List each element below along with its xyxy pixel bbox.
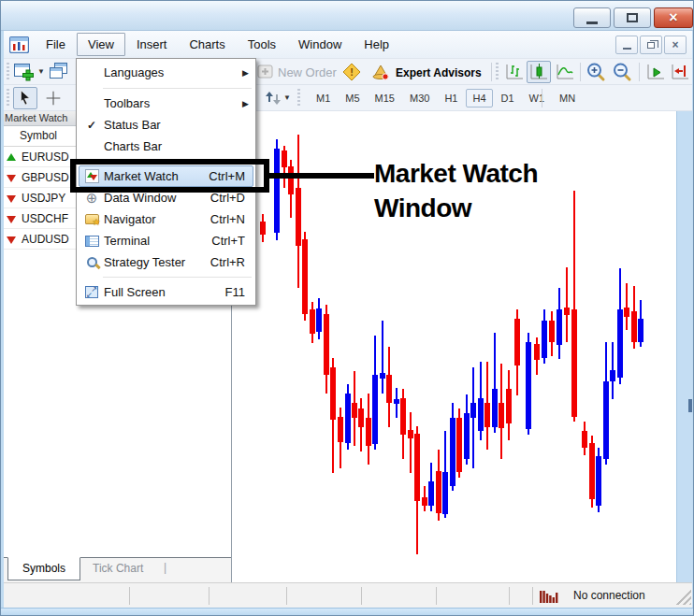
warning-icon: ! <box>342 63 361 81</box>
indicators-dropdown-caret[interactable]: ▼ <box>283 93 291 102</box>
toolbar-separator <box>542 89 542 107</box>
toolbar-grip[interactable] <box>297 89 300 107</box>
toolbar-grip[interactable] <box>7 63 9 81</box>
menubar-item-tools[interactable]: Tools <box>237 33 287 56</box>
maximize-icon <box>627 13 638 22</box>
candle-body <box>338 417 343 442</box>
toolbar-grip[interactable] <box>496 63 499 81</box>
timeframe-button-m30[interactable]: M30 <box>403 89 436 107</box>
bar-chart-icon <box>503 62 526 82</box>
candle-body <box>310 309 315 334</box>
candle-body <box>288 166 294 194</box>
view-menu-item-charts-bar[interactable]: Charts Bar <box>79 136 253 157</box>
menubar-item-insert[interactable]: Insert <box>125 33 179 56</box>
candlestick-chart-button[interactable] <box>527 61 551 83</box>
symbol-name: GBPUSD <box>22 171 69 184</box>
candle-body <box>394 399 399 404</box>
view-menu-item-navigator[interactable]: NavigatorCtrl+N <box>79 208 253 230</box>
candle-wick <box>410 412 412 473</box>
timeframe-button-h4[interactable]: H4 <box>466 89 492 107</box>
warning-button[interactable]: ! <box>340 61 364 83</box>
candle-body <box>571 309 577 417</box>
view-menu-item-terminal[interactable]: TerminalCtrl+T <box>79 230 253 251</box>
candle-body <box>296 188 301 246</box>
chart-shift-icon <box>669 62 691 82</box>
timeframe-button-m1[interactable]: M1 <box>310 89 337 107</box>
chart-profiles-icon <box>48 61 70 83</box>
view-menu-item-data-window[interactable]: Data WindowCtrl+D <box>79 187 253 208</box>
tab-symbols[interactable]: Symbols <box>7 557 80 580</box>
zoom-in-button[interactable] <box>585 61 609 83</box>
candle-body <box>330 367 336 420</box>
window-maximize-button[interactable] <box>614 7 651 28</box>
menubar-item-help[interactable]: Help <box>353 33 400 56</box>
menubar-item-charts[interactable]: Charts <box>178 33 236 56</box>
expert-advisors-button[interactable]: Expert Advisors <box>396 66 482 79</box>
candle-body <box>492 389 498 427</box>
menu-item-label: Strategy Tester <box>104 255 210 269</box>
view-menu-item-toolbars[interactable]: Toolbars▶ <box>79 93 253 114</box>
new-order-button[interactable]: New Order <box>278 65 337 79</box>
chart-shift-button[interactable] <box>668 61 692 83</box>
menu-item-label: Status Bar <box>104 118 245 132</box>
timeframe-button-d1[interactable]: D1 <box>495 89 521 107</box>
navigator-icon <box>80 214 104 224</box>
indicators-button[interactable] <box>260 87 284 109</box>
candle-body <box>282 150 287 167</box>
menu-item-label: Languages <box>104 65 235 79</box>
zoom-out-button[interactable] <box>611 61 635 83</box>
down-arrow-icon <box>7 236 16 244</box>
statusbar-divider <box>532 587 533 605</box>
view-menu-item-languages[interactable]: Languages▶ <box>79 61 253 84</box>
market-watch-icon <box>80 169 104 183</box>
candle-body <box>422 497 427 506</box>
timeframe-button-w1[interactable]: W1 <box>523 89 552 107</box>
mt4-logo-icon <box>9 36 29 53</box>
crosshair-tool-button[interactable] <box>41 87 65 109</box>
toolbar-grip[interactable] <box>7 89 9 107</box>
candle-body <box>499 403 504 428</box>
tab-tick-chart[interactable]: Tick Chart <box>93 562 143 575</box>
menu-item-shortcut: Ctrl+T <box>211 234 253 248</box>
chart-profiles-button[interactable] <box>47 61 71 83</box>
child-window-restore-button[interactable] <box>640 36 662 54</box>
view-menu-item-status-bar[interactable]: ✓Status Bar <box>79 114 253 136</box>
resize-grip[interactable] <box>673 587 691 605</box>
child-window-minimize-button[interactable] <box>615 36 638 54</box>
auto-scroll-button[interactable] <box>643 61 668 83</box>
menubar-item-file[interactable]: File <box>35 33 77 56</box>
terminal-icon <box>80 236 104 247</box>
timeframe-button-mn[interactable]: MN <box>553 89 582 107</box>
toolbar-separator <box>639 63 640 81</box>
menubar-item-window[interactable]: Window <box>287 33 353 56</box>
new-chart-button[interactable] <box>12 61 36 83</box>
cursor-tool-button[interactable] <box>13 87 37 109</box>
strategy-tester-glyph <box>87 257 97 267</box>
timeframe-button-h1[interactable]: H1 <box>438 89 464 107</box>
view-menu-item-market-watch[interactable]: Market WatchCtrl+M <box>79 165 253 187</box>
line-chart-button[interactable] <box>553 61 577 83</box>
candle-body <box>564 308 570 315</box>
menu-item-shortcut: Ctrl+N <box>210 212 253 226</box>
menubar-item-view[interactable]: View <box>77 33 125 56</box>
timeframe-button-m5[interactable]: M5 <box>339 89 366 107</box>
candle-body <box>386 375 392 403</box>
menu-item-label: Terminal <box>104 234 211 248</box>
window-close-button[interactable]: × <box>654 7 693 28</box>
timeframe-button-m15[interactable]: M15 <box>369 89 401 107</box>
new-order-icon[interactable] <box>253 61 278 83</box>
window-minimize-button[interactable] <box>573 7 611 28</box>
child-minimize-icon <box>623 48 631 50</box>
statusbar-divider <box>286 587 287 605</box>
market-watch-tabs: Symbols Tick Chart | <box>1 557 231 582</box>
candle-body <box>274 149 280 233</box>
candle-body <box>316 308 322 332</box>
candle-body <box>514 319 520 365</box>
statusbar-divider <box>361 587 362 605</box>
auto-scroll-icon <box>644 62 667 82</box>
bar-chart-button[interactable] <box>502 61 527 83</box>
view-menu-item-strategy-tester[interactable]: Strategy TesterCtrl+R <box>79 251 253 273</box>
new-chart-dropdown-caret[interactable]: ▼ <box>37 67 45 76</box>
child-window-close-button[interactable]: × <box>664 36 687 54</box>
view-menu-item-full-screen[interactable]: Full ScreenF11 <box>79 281 253 303</box>
